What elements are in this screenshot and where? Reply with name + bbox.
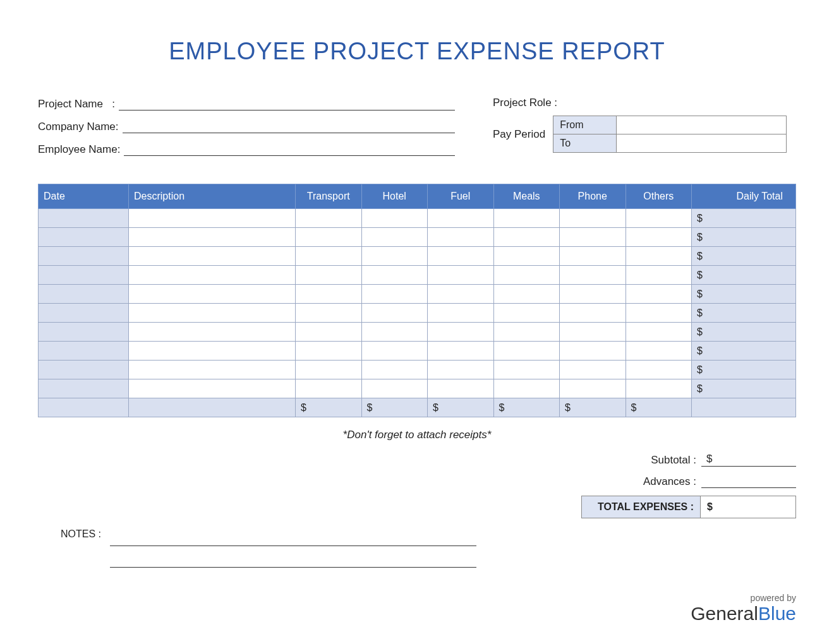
cell-fuel[interactable]	[428, 361, 494, 379]
cell-meals[interactable]	[493, 361, 560, 379]
cell-description[interactable]	[129, 285, 296, 304]
cell-description[interactable]	[129, 266, 296, 285]
cell-hotel[interactable]	[361, 304, 428, 323]
cell-others[interactable]	[626, 361, 692, 379]
cell-hotel[interactable]	[361, 247, 428, 266]
subtotal-value[interactable]: $	[701, 453, 796, 467]
table-row: $	[39, 379, 796, 398]
cell-fuel[interactable]	[428, 266, 494, 285]
cell-fuel[interactable]	[428, 285, 494, 304]
col-daily-total: Daily Total	[692, 184, 796, 209]
cell-hotel[interactable]	[361, 323, 428, 342]
cell-fuel[interactable]	[428, 247, 494, 266]
table-row: $	[39, 342, 796, 361]
cell-others[interactable]	[626, 247, 692, 266]
cell-daily-total: $	[692, 247, 796, 266]
cell-transport[interactable]	[296, 342, 362, 361]
advances-value[interactable]	[701, 474, 796, 488]
cell-phone[interactable]	[560, 266, 626, 285]
cell-description[interactable]	[129, 304, 296, 323]
cell-phone[interactable]	[560, 209, 626, 228]
cell-date[interactable]	[39, 379, 129, 398]
cell-description[interactable]	[129, 361, 296, 379]
cell-hotel[interactable]	[361, 209, 428, 228]
cell-phone[interactable]	[560, 285, 626, 304]
cell-fuel[interactable]	[428, 379, 494, 398]
cell-phone[interactable]	[560, 323, 626, 342]
cell-date[interactable]	[39, 342, 129, 361]
cell-phone[interactable]	[560, 247, 626, 266]
notes-line[interactable]	[110, 525, 476, 546]
cell-fuel[interactable]	[428, 304, 494, 323]
cell-others[interactable]	[626, 285, 692, 304]
cell-meals[interactable]	[493, 304, 560, 323]
cell-description[interactable]	[129, 342, 296, 361]
pay-period-label: Pay Period	[493, 128, 545, 141]
cell-meals[interactable]	[493, 228, 560, 247]
total-others: $	[626, 398, 692, 417]
cell-meals[interactable]	[493, 266, 560, 285]
col-transport: Transport	[296, 184, 362, 209]
cell-hotel[interactable]	[361, 361, 428, 379]
cell-others[interactable]	[626, 209, 692, 228]
cell-date[interactable]	[39, 266, 129, 285]
project-name-input[interactable]	[119, 97, 455, 110]
cell-date[interactable]	[39, 323, 129, 342]
cell-others[interactable]	[626, 228, 692, 247]
table-totals-row: $$$$$$	[39, 398, 796, 417]
company-name-input[interactable]	[123, 119, 455, 133]
cell-others[interactable]	[626, 304, 692, 323]
cell-fuel[interactable]	[428, 342, 494, 361]
cell-transport[interactable]	[296, 228, 362, 247]
cell-description[interactable]	[129, 379, 296, 398]
cell-phone[interactable]	[560, 342, 626, 361]
cell-others[interactable]	[626, 342, 692, 361]
cell-date[interactable]	[39, 285, 129, 304]
cell-hotel[interactable]	[361, 342, 428, 361]
table-row: $	[39, 361, 796, 379]
cell-transport[interactable]	[296, 323, 362, 342]
cell-date[interactable]	[39, 228, 129, 247]
pay-period-table: From To	[553, 116, 787, 153]
cell-transport[interactable]	[296, 304, 362, 323]
cell-others[interactable]	[626, 266, 692, 285]
cell-date[interactable]	[39, 247, 129, 266]
cell-meals[interactable]	[493, 342, 560, 361]
cell-transport[interactable]	[296, 209, 362, 228]
cell-description[interactable]	[129, 247, 296, 266]
cell-date[interactable]	[39, 304, 129, 323]
cell-date[interactable]	[39, 209, 129, 228]
cell-transport[interactable]	[296, 266, 362, 285]
cell-others[interactable]	[626, 379, 692, 398]
cell-transport[interactable]	[296, 361, 362, 379]
cell-meals[interactable]	[493, 323, 560, 342]
cell-phone[interactable]	[560, 304, 626, 323]
cell-fuel[interactable]	[428, 209, 494, 228]
cell-others[interactable]	[626, 323, 692, 342]
to-input[interactable]	[617, 134, 787, 153]
from-input[interactable]	[617, 116, 787, 134]
cell-description[interactable]	[129, 323, 296, 342]
cell-fuel[interactable]	[428, 323, 494, 342]
cell-date[interactable]	[39, 361, 129, 379]
cell-transport[interactable]	[296, 285, 362, 304]
cell-hotel[interactable]	[361, 285, 428, 304]
cell-phone[interactable]	[560, 361, 626, 379]
cell-meals[interactable]	[493, 209, 560, 228]
cell-phone[interactable]	[560, 379, 626, 398]
employee-name-input[interactable]	[124, 142, 455, 156]
cell-hotel[interactable]	[361, 379, 428, 398]
cell-meals[interactable]	[493, 379, 560, 398]
cell-hotel[interactable]	[361, 228, 428, 247]
cell-transport[interactable]	[296, 379, 362, 398]
cell-description[interactable]	[129, 228, 296, 247]
cell-hotel[interactable]	[361, 266, 428, 285]
cell-transport[interactable]	[296, 247, 362, 266]
total-expenses-box: TOTAL EXPENSES : $	[581, 496, 796, 518]
cell-meals[interactable]	[493, 285, 560, 304]
cell-phone[interactable]	[560, 228, 626, 247]
notes-line[interactable]	[110, 546, 476, 568]
cell-description[interactable]	[129, 209, 296, 228]
cell-meals[interactable]	[493, 247, 560, 266]
cell-fuel[interactable]	[428, 228, 494, 247]
